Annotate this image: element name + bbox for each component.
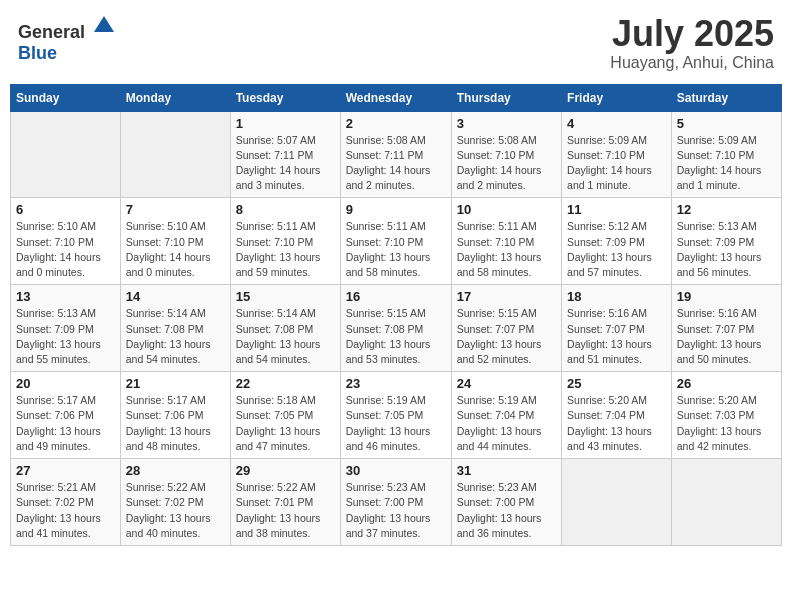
day-details: Sunrise: 5:10 AMSunset: 7:10 PMDaylight:… — [126, 219, 225, 280]
day-details: Sunrise: 5:22 AMSunset: 7:01 PMDaylight:… — [236, 480, 335, 541]
day-number: 3 — [457, 116, 556, 131]
day-details: Sunrise: 5:19 AMSunset: 7:05 PMDaylight:… — [346, 393, 446, 454]
day-number: 31 — [457, 463, 556, 478]
day-details: Sunrise: 5:15 AMSunset: 7:08 PMDaylight:… — [346, 306, 446, 367]
calendar-cell: 21Sunrise: 5:17 AMSunset: 7:06 PMDayligh… — [120, 372, 230, 459]
logo-blue: Blue — [18, 43, 57, 63]
week-row-3: 13Sunrise: 5:13 AMSunset: 7:09 PMDayligh… — [11, 285, 782, 372]
calendar-cell: 17Sunrise: 5:15 AMSunset: 7:07 PMDayligh… — [451, 285, 561, 372]
day-number: 10 — [457, 202, 556, 217]
day-number: 6 — [16, 202, 115, 217]
day-number: 21 — [126, 376, 225, 391]
day-number: 19 — [677, 289, 776, 304]
logo-block: General Blue — [18, 14, 116, 64]
day-number: 25 — [567, 376, 666, 391]
day-details: Sunrise: 5:13 AMSunset: 7:09 PMDaylight:… — [16, 306, 115, 367]
day-details: Sunrise: 5:21 AMSunset: 7:02 PMDaylight:… — [16, 480, 115, 541]
calendar-cell: 4Sunrise: 5:09 AMSunset: 7:10 PMDaylight… — [562, 111, 672, 198]
calendar-cell: 24Sunrise: 5:19 AMSunset: 7:04 PMDayligh… — [451, 372, 561, 459]
day-details: Sunrise: 5:22 AMSunset: 7:02 PMDaylight:… — [126, 480, 225, 541]
day-details: Sunrise: 5:07 AMSunset: 7:11 PMDaylight:… — [236, 133, 335, 194]
day-details: Sunrise: 5:08 AMSunset: 7:11 PMDaylight:… — [346, 133, 446, 194]
week-row-1: 1Sunrise: 5:07 AMSunset: 7:11 PMDaylight… — [11, 111, 782, 198]
svg-marker-0 — [94, 16, 114, 32]
calendar-cell: 31Sunrise: 5:23 AMSunset: 7:00 PMDayligh… — [451, 459, 561, 546]
day-details: Sunrise: 5:17 AMSunset: 7:06 PMDaylight:… — [126, 393, 225, 454]
calendar-cell: 9Sunrise: 5:11 AMSunset: 7:10 PMDaylight… — [340, 198, 451, 285]
calendar-cell: 23Sunrise: 5:19 AMSunset: 7:05 PMDayligh… — [340, 372, 451, 459]
day-number: 14 — [126, 289, 225, 304]
day-details: Sunrise: 5:19 AMSunset: 7:04 PMDaylight:… — [457, 393, 556, 454]
day-details: Sunrise: 5:18 AMSunset: 7:05 PMDaylight:… — [236, 393, 335, 454]
day-details: Sunrise: 5:09 AMSunset: 7:10 PMDaylight:… — [677, 133, 776, 194]
logo-general: General — [18, 22, 85, 42]
day-details: Sunrise: 5:10 AMSunset: 7:10 PMDaylight:… — [16, 219, 115, 280]
day-details: Sunrise: 5:12 AMSunset: 7:09 PMDaylight:… — [567, 219, 666, 280]
day-number: 13 — [16, 289, 115, 304]
day-details: Sunrise: 5:20 AMSunset: 7:04 PMDaylight:… — [567, 393, 666, 454]
day-number: 26 — [677, 376, 776, 391]
calendar-cell: 2Sunrise: 5:08 AMSunset: 7:11 PMDaylight… — [340, 111, 451, 198]
weekday-header-sunday: Sunday — [11, 84, 121, 111]
day-number: 8 — [236, 202, 335, 217]
weekday-header-friday: Friday — [562, 84, 672, 111]
day-details: Sunrise: 5:08 AMSunset: 7:10 PMDaylight:… — [457, 133, 556, 194]
day-number: 2 — [346, 116, 446, 131]
day-details: Sunrise: 5:14 AMSunset: 7:08 PMDaylight:… — [126, 306, 225, 367]
weekday-header-monday: Monday — [120, 84, 230, 111]
logo-icon — [92, 14, 116, 38]
calendar-cell: 26Sunrise: 5:20 AMSunset: 7:03 PMDayligh… — [671, 372, 781, 459]
day-number: 23 — [346, 376, 446, 391]
calendar-cell: 20Sunrise: 5:17 AMSunset: 7:06 PMDayligh… — [11, 372, 121, 459]
calendar-table: SundayMondayTuesdayWednesdayThursdayFrid… — [10, 84, 782, 546]
calendar-cell: 1Sunrise: 5:07 AMSunset: 7:11 PMDaylight… — [230, 111, 340, 198]
day-details: Sunrise: 5:17 AMSunset: 7:06 PMDaylight:… — [16, 393, 115, 454]
calendar-cell: 11Sunrise: 5:12 AMSunset: 7:09 PMDayligh… — [562, 198, 672, 285]
calendar-cell — [562, 459, 672, 546]
calendar-cell — [11, 111, 121, 198]
day-details: Sunrise: 5:15 AMSunset: 7:07 PMDaylight:… — [457, 306, 556, 367]
day-details: Sunrise: 5:16 AMSunset: 7:07 PMDaylight:… — [677, 306, 776, 367]
day-number: 30 — [346, 463, 446, 478]
day-details: Sunrise: 5:14 AMSunset: 7:08 PMDaylight:… — [236, 306, 335, 367]
day-details: Sunrise: 5:23 AMSunset: 7:00 PMDaylight:… — [457, 480, 556, 541]
day-number: 5 — [677, 116, 776, 131]
day-number: 18 — [567, 289, 666, 304]
week-row-4: 20Sunrise: 5:17 AMSunset: 7:06 PMDayligh… — [11, 372, 782, 459]
weekday-header-row: SundayMondayTuesdayWednesdayThursdayFrid… — [11, 84, 782, 111]
day-number: 11 — [567, 202, 666, 217]
calendar-subtitle: Huayang, Anhui, China — [610, 54, 774, 72]
day-details: Sunrise: 5:16 AMSunset: 7:07 PMDaylight:… — [567, 306, 666, 367]
calendar-cell: 8Sunrise: 5:11 AMSunset: 7:10 PMDaylight… — [230, 198, 340, 285]
weekday-header-saturday: Saturday — [671, 84, 781, 111]
calendar-cell: 12Sunrise: 5:13 AMSunset: 7:09 PMDayligh… — [671, 198, 781, 285]
day-number: 4 — [567, 116, 666, 131]
week-row-5: 27Sunrise: 5:21 AMSunset: 7:02 PMDayligh… — [11, 459, 782, 546]
day-details: Sunrise: 5:09 AMSunset: 7:10 PMDaylight:… — [567, 133, 666, 194]
day-number: 29 — [236, 463, 335, 478]
day-number: 12 — [677, 202, 776, 217]
day-details: Sunrise: 5:11 AMSunset: 7:10 PMDaylight:… — [457, 219, 556, 280]
calendar-cell — [671, 459, 781, 546]
calendar-cell: 6Sunrise: 5:10 AMSunset: 7:10 PMDaylight… — [11, 198, 121, 285]
day-number: 27 — [16, 463, 115, 478]
calendar-cell: 16Sunrise: 5:15 AMSunset: 7:08 PMDayligh… — [340, 285, 451, 372]
weekday-header-tuesday: Tuesday — [230, 84, 340, 111]
day-number: 28 — [126, 463, 225, 478]
day-number: 22 — [236, 376, 335, 391]
calendar-cell: 10Sunrise: 5:11 AMSunset: 7:10 PMDayligh… — [451, 198, 561, 285]
day-number: 9 — [346, 202, 446, 217]
logo: General Blue — [18, 14, 116, 64]
weekday-header-thursday: Thursday — [451, 84, 561, 111]
day-number: 7 — [126, 202, 225, 217]
calendar-cell — [120, 111, 230, 198]
day-number: 1 — [236, 116, 335, 131]
calendar-cell: 14Sunrise: 5:14 AMSunset: 7:08 PMDayligh… — [120, 285, 230, 372]
day-details: Sunrise: 5:23 AMSunset: 7:00 PMDaylight:… — [346, 480, 446, 541]
day-details: Sunrise: 5:11 AMSunset: 7:10 PMDaylight:… — [346, 219, 446, 280]
calendar-cell: 28Sunrise: 5:22 AMSunset: 7:02 PMDayligh… — [120, 459, 230, 546]
calendar-cell: 29Sunrise: 5:22 AMSunset: 7:01 PMDayligh… — [230, 459, 340, 546]
day-details: Sunrise: 5:13 AMSunset: 7:09 PMDaylight:… — [677, 219, 776, 280]
day-number: 15 — [236, 289, 335, 304]
day-details: Sunrise: 5:20 AMSunset: 7:03 PMDaylight:… — [677, 393, 776, 454]
